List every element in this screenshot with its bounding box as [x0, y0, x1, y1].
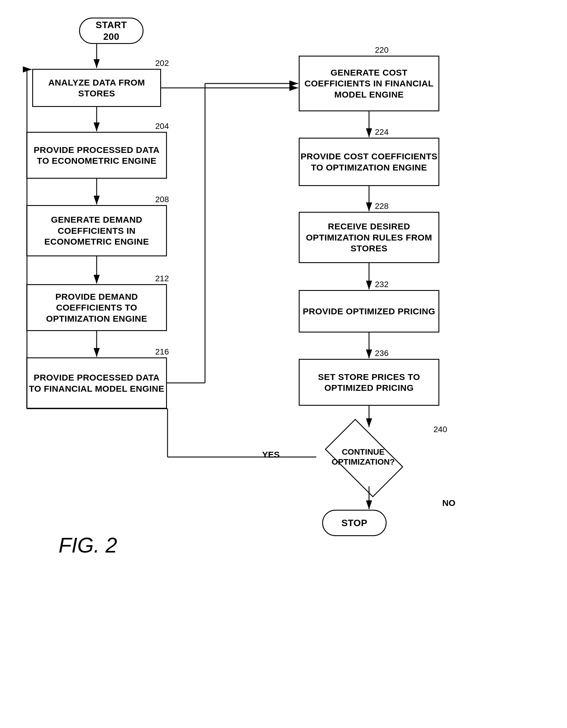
node-216: PROVIDE PROCESSED DATA TO FINANCIAL MODE… [26, 357, 167, 409]
node-220: GENERATE COST COEFFICIENTS IN FINANCIAL … [299, 56, 439, 111]
start-node: START 200 [79, 18, 144, 44]
flowchart-diagram: START 200 202 ANALYZE DATA FROM STORES 2… [0, 0, 567, 728]
yes-label: YES [262, 450, 280, 460]
node-240: CONTINUE OPTIMIZATION? [316, 428, 410, 486]
no-label: NO [442, 498, 455, 508]
node-204: PROVIDE PROCESSED DATA TO ECONOMETRIC EN… [26, 132, 167, 179]
ref-208: 208 [155, 195, 169, 204]
ref-236: 236 [375, 349, 389, 358]
node-202: ANALYZE DATA FROM STORES [32, 69, 161, 107]
diamond-label: CONTINUE OPTIMIZATION? [316, 447, 410, 467]
ref-224: 224 [375, 127, 389, 137]
figure-label: FIG. 2 [59, 533, 117, 557]
node-236: SET STORE PRICES TO OPTIMIZED PRICING [299, 359, 439, 406]
ref-216: 216 [155, 347, 169, 357]
ref-232: 232 [375, 280, 389, 289]
node-228: RECEIVE DESIRED OPTIMIZATION RULES FROM … [299, 212, 439, 263]
ref-204: 204 [155, 122, 169, 131]
node-212: PROVIDE DEMAND COEFFICIENTS TO OPTIMIZAT… [26, 284, 167, 331]
ref-202: 202 [155, 59, 169, 68]
node-208: GENERATE DEMAND COEFFICIENTS IN ECONOMET… [26, 205, 167, 256]
ref-228: 228 [375, 202, 389, 211]
ref-240: 240 [433, 425, 447, 434]
node-232: PROVIDE OPTIMIZED PRICING [299, 290, 439, 333]
ref-212: 212 [155, 274, 169, 283]
ref-220: 220 [375, 45, 389, 55]
stop-node: STOP [322, 510, 387, 536]
node-224: PROVIDE COST COEFFICIENTS TO OPTIMIZATIO… [299, 138, 439, 186]
